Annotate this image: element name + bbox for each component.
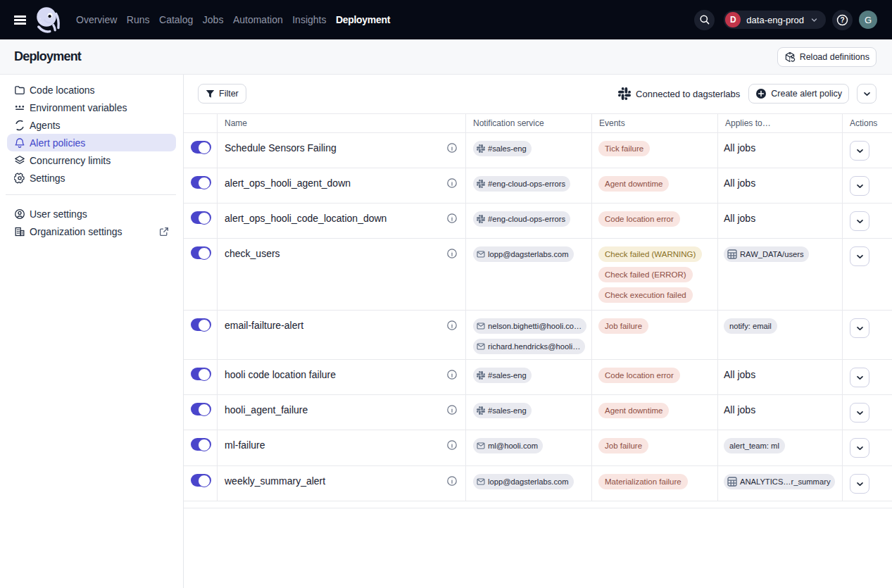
svg-text:?: ? xyxy=(840,16,844,24)
